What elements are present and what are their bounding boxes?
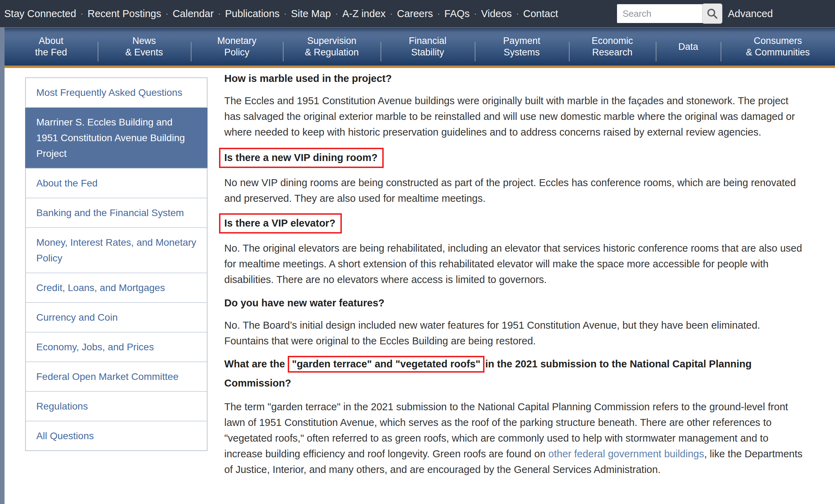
topbar-link-a-z-index[interactable]: A-Z index bbox=[342, 8, 385, 20]
topbar-link-videos[interactable]: Videos bbox=[481, 8, 512, 20]
search-icon bbox=[706, 7, 719, 20]
search-button[interactable] bbox=[702, 3, 722, 24]
nav-item-line1: Consumers bbox=[754, 35, 802, 47]
faq-question: Do you have new water features? bbox=[224, 297, 803, 309]
topbar-link-recent-postings[interactable]: Recent Postings bbox=[88, 8, 161, 20]
faq-answer: The Eccles and 1951 Constitution Avenue … bbox=[224, 93, 803, 140]
topbar: Stay Connected·Recent Postings·Calendar·… bbox=[0, 0, 835, 27]
highlight-box: "garden terrace" and "vegetated roofs" bbox=[288, 356, 484, 373]
faq-question: How is marble used in the project? bbox=[224, 72, 803, 85]
topbar-links: Stay Connected·Recent Postings·Calendar·… bbox=[4, 8, 558, 20]
faq-question-text: What are the bbox=[224, 358, 288, 369]
nav-item-line1: Monetary bbox=[217, 35, 257, 47]
sidebar-item-about-the-fed[interactable]: About the Fed bbox=[26, 168, 207, 198]
nav-item-about-the-fed[interactable]: Aboutthe Fed bbox=[5, 28, 98, 66]
dot-separator: · bbox=[390, 8, 393, 19]
page-edge-strip bbox=[0, 27, 5, 504]
nav-item-line2: Research bbox=[592, 47, 633, 58]
dot-separator: · bbox=[284, 8, 287, 19]
nav-item-line2: & Regulation bbox=[305, 47, 359, 58]
search-input[interactable] bbox=[617, 4, 703, 23]
dot-separator: · bbox=[335, 8, 338, 19]
sidebar-item-banking-and-the-financial-system[interactable]: Banking and the Financial System bbox=[26, 198, 207, 227]
text-link-other-federal-government-buildings[interactable]: other federal government buildings bbox=[548, 448, 704, 459]
search-group: Advanced bbox=[617, 3, 773, 24]
nav-item-line1: Financial bbox=[409, 35, 446, 47]
faq-section: How is marble used in the project?The Ec… bbox=[224, 72, 803, 140]
faq-question: Is there a VIP elevator? bbox=[219, 213, 342, 234]
sidebar-item-currency-and-coin[interactable]: Currency and Coin bbox=[26, 302, 207, 332]
sidebar-item-credit-loans-and-mortgages[interactable]: Credit, Loans, and Mortgages bbox=[26, 273, 207, 302]
nav-item-data[interactable]: Data bbox=[656, 28, 721, 66]
sidebar-item-marriner-s-eccles-building-and-1951-constitution-avenue-building-project[interactable]: Marriner S. Eccles Building and 1951 Con… bbox=[25, 107, 208, 168]
nav-item-line2: the Fed bbox=[35, 47, 67, 58]
faq-section: Is there a new VIP dining room?No new VI… bbox=[224, 140, 803, 206]
topbar-link-site-map[interactable]: Site Map bbox=[291, 8, 331, 20]
nav-item-economic-research[interactable]: EconomicResearch bbox=[569, 28, 656, 66]
faq-answer: No. The original elevators are being reh… bbox=[224, 240, 803, 288]
dot-separator: · bbox=[218, 8, 221, 19]
nav-item-line2: Stability bbox=[411, 47, 444, 58]
dot-separator: · bbox=[474, 8, 477, 19]
faq-question: What are the "garden terrace" and "veget… bbox=[224, 354, 803, 393]
faq-content: How is marble used in the project?The Ec… bbox=[224, 68, 803, 478]
advanced-search-link[interactable]: Advanced bbox=[728, 8, 773, 20]
nav-item-line1: About bbox=[39, 35, 63, 47]
main-nav: Aboutthe FedNews& EventsMonetaryPolicySu… bbox=[5, 27, 835, 66]
nav-item-line2: & Communities bbox=[746, 47, 810, 58]
nav-item-consumers-communities[interactable]: Consumers& Communities bbox=[721, 28, 835, 66]
nav-item-line2: & Events bbox=[125, 47, 163, 58]
faq-section: Do you have new water features?No. The B… bbox=[224, 297, 803, 349]
nav-item-news-events[interactable]: News& Events bbox=[98, 28, 191, 66]
sidebar-item-economy-jobs-and-prices[interactable]: Economy, Jobs, and Prices bbox=[26, 332, 207, 361]
nav-item-financial-stability[interactable]: FinancialStability bbox=[381, 28, 475, 66]
nav-item-monetary-policy[interactable]: MonetaryPolicy bbox=[191, 28, 283, 66]
sidebar-item-federal-open-market-committee[interactable]: Federal Open Market Committee bbox=[26, 361, 207, 391]
topbar-link-faqs[interactable]: FAQs bbox=[444, 8, 470, 20]
nav-item-line1: Payment bbox=[503, 35, 540, 47]
nav-item-line1: Economic bbox=[592, 35, 633, 47]
faq-answer: The term "garden terrace" in the 2021 su… bbox=[224, 399, 803, 478]
topbar-link-contact[interactable]: Contact bbox=[523, 8, 558, 20]
nav-item-line2: Systems bbox=[504, 47, 540, 58]
faq-section: Is there a VIP elevator?No. The original… bbox=[224, 206, 803, 288]
faq-sidebar: Most Frequently Asked QuestionsMarriner … bbox=[25, 77, 208, 451]
dot-separator: · bbox=[516, 8, 519, 19]
faq-answer: No new VIP dining rooms are being constr… bbox=[224, 175, 803, 206]
nav-item-line2: Policy bbox=[224, 47, 249, 58]
faq-answer: No. The Board’s initial design included … bbox=[224, 318, 803, 349]
sidebar-item-most-frequently-asked-questions[interactable]: Most Frequently Asked Questions bbox=[26, 78, 207, 107]
nav-item-payment-systems[interactable]: PaymentSystems bbox=[475, 28, 569, 66]
sidebar-item-money-interest-rates-and-monetary-policy[interactable]: Money, Interest Rates, and Monetary Poli… bbox=[26, 227, 207, 273]
nav-item-supervision-regulation[interactable]: Supervision& Regulation bbox=[283, 28, 381, 66]
sidebar-item-all-questions[interactable]: All Questions bbox=[26, 421, 207, 450]
faq-section: What are the "garden terrace" and "veget… bbox=[224, 354, 803, 478]
nav-item-line1: Supervision bbox=[307, 35, 356, 47]
topbar-link-calendar[interactable]: Calendar bbox=[173, 8, 214, 20]
sidebar-item-regulations[interactable]: Regulations bbox=[26, 391, 207, 421]
dot-separator: · bbox=[437, 8, 440, 19]
topbar-link-stay-connected[interactable]: Stay Connected bbox=[4, 8, 76, 20]
nav-item-line1: News bbox=[132, 35, 156, 47]
faq-question: Is there a new VIP dining room? bbox=[219, 148, 384, 168]
nav-underline bbox=[5, 66, 835, 68]
topbar-link-publications[interactable]: Publications bbox=[225, 8, 279, 20]
nav-item-line1: Data bbox=[678, 41, 698, 53]
dot-separator: · bbox=[165, 8, 168, 19]
dot-separator: · bbox=[80, 8, 83, 19]
topbar-link-careers[interactable]: Careers bbox=[397, 8, 433, 20]
